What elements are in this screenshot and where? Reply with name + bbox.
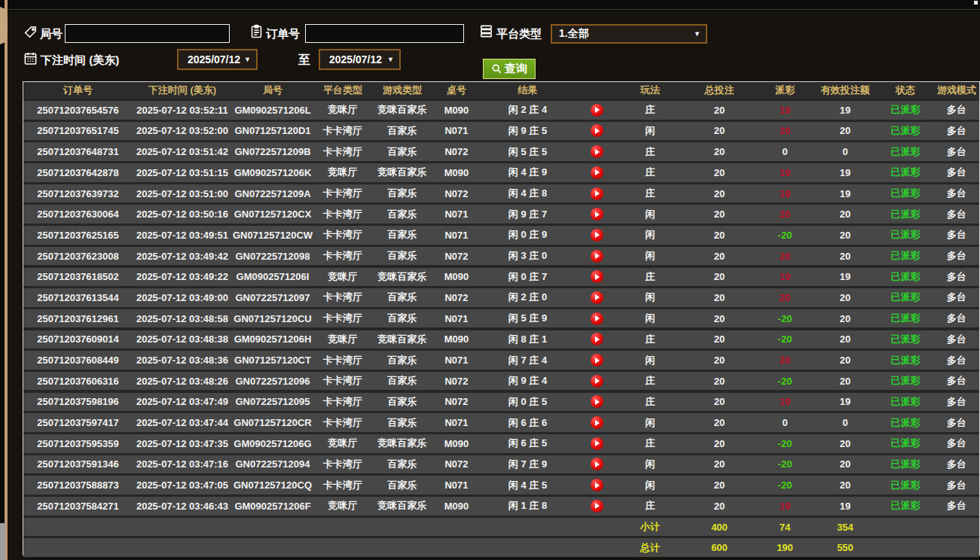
calendar-icon [23,51,38,65]
cell-status: 已派彩 [878,330,933,349]
play-video-button[interactable] [591,375,603,388]
cell-time: 2025-07-12 03:51:00 [133,184,232,203]
table-row: 2507120375981962025-07-12 03:47:49GN0722… [23,393,979,412]
cell-payout: 19 [757,101,813,120]
cell-mode: 多台 [933,476,980,495]
play-video-button[interactable] [591,250,603,263]
cell-payout: -20 [757,455,813,474]
cell-mode: 多台 [933,372,980,391]
table-row: 2507120376135442025-07-12 03:49:00GN0722… [23,288,979,307]
round-no-input[interactable] [65,24,230,43]
play-video-button[interactable] [591,270,603,283]
cell-game: 百家乐 [372,309,432,328]
play-video-button[interactable] [591,145,603,158]
cell-game: 百家乐 [372,393,432,412]
cell-time: 2025-07-12 03:48:58 [133,309,232,328]
chevron-down-icon: ▼ [387,56,399,63]
total-row-spacer [372,538,432,557]
cell-payout: 19 [757,393,813,412]
cell-table_no: N071 [432,205,481,224]
search-icon [491,63,502,75]
cell-result: 闲 4 庄 5 [481,476,575,495]
cell-table_no: N071 [432,413,481,432]
platform-type-select[interactable]: 1.全部 ▼ [551,24,707,44]
cell-status: 已派彩 [878,497,933,516]
order-no-input[interactable] [305,24,464,43]
play-video-button[interactable] [591,416,603,429]
cell-result: 闲 9 庄 5 [481,122,575,141]
cell-valid_bet: 20 [813,351,878,370]
cell-game: 百家乐 [372,247,432,266]
cell-order: 250712037648731 [23,142,133,161]
cell-play [575,205,618,224]
column-header-result: 结果 [481,82,575,99]
cell-valid_bet: 19 [813,163,878,182]
cell-play [575,455,618,474]
table-row: 2507120375913462025-07-12 03:47:16GN0722… [23,455,979,474]
cell-result: 闲 0 庄 5 [481,393,575,412]
date-to-label: 至 [298,53,310,68]
cell-table_no: M090 [432,497,481,516]
play-video-button[interactable] [591,291,603,304]
play-video-button[interactable] [591,479,603,492]
table-row: 2507120376090142025-07-12 03:48:38GM0902… [23,330,979,349]
cell-mode: 多台 [933,268,980,287]
cell-status: 已派彩 [878,434,933,453]
cell-game: 竞咪百家乐 [372,268,432,287]
play-video-button[interactable] [591,500,603,513]
play-video-button[interactable] [591,458,603,470]
column-header-valid_bet: 有效投注额 [813,82,878,99]
play-video-button[interactable] [591,187,603,200]
play-video-button[interactable] [591,395,603,408]
cell-mode: 多台 [933,455,980,474]
cell-time: 2025-07-12 03:51:42 [133,142,232,161]
play-video-button[interactable] [591,312,603,325]
play-video-button[interactable] [591,229,603,242]
play-video-button[interactable] [591,333,603,345]
cell-bet_type: 庄 [618,142,682,161]
cell-bet_type: 闲 [618,122,682,141]
date-from-picker[interactable]: 2025/07/12 ▼ [177,49,258,70]
cell-total_bet: 20 [682,247,757,266]
cell-time: 2025-07-12 03:51:15 [133,163,232,182]
cell-total_bet: 20 [682,101,757,120]
cell-result: 闲 4 庄 9 [481,163,575,182]
platform-type-label: 平台类型 [496,27,542,41]
cell-mode: 多台 [933,393,980,412]
cell-play [575,393,618,412]
cell-game: 竞咪百家乐 [372,330,432,349]
play-video-button[interactable] [591,437,603,450]
cell-valid_bet: 20 [813,309,878,328]
play-video-button[interactable] [591,104,603,117]
cell-time: 2025-07-12 03:48:36 [133,351,232,370]
play-video-button[interactable] [591,124,603,137]
cell-status: 已派彩 [878,413,933,432]
total-row-spacer [432,538,481,557]
cell-valid_bet: 20 [813,476,878,495]
cell-table_no: N071 [432,122,481,141]
cell-mode: 多台 [933,122,980,141]
play-video-button[interactable] [591,354,603,367]
cell-order: 250712037654576 [23,101,133,120]
cell-platform: 卡卡湾厅 [313,413,372,432]
play-video-button[interactable] [591,208,603,221]
cell-bet_type: 闲 [618,247,682,266]
bet-time-label: 下注时间 (美东) [41,53,119,68]
date-to-picker[interactable]: 2025/07/12 ▼ [319,49,401,70]
cell-bet_type: 闲 [618,413,682,432]
cell-platform: 卡卡湾厅 [313,309,372,328]
cell-status: 已派彩 [878,247,933,266]
cell-total_bet: 20 [682,163,757,182]
cell-mode: 多台 [933,247,980,266]
cell-mode: 多台 [933,351,980,370]
cell-time: 2025-07-12 03:48:26 [133,372,232,391]
play-video-button[interactable] [591,166,603,179]
cell-total_bet: 20 [682,497,757,516]
cell-total_bet: 20 [682,476,757,495]
cell-round: GM0902571206I [232,268,313,287]
cell-status: 已派彩 [878,351,933,370]
chevron-down-icon: ▼ [694,30,706,38]
search-button[interactable]: 查询 [483,59,536,79]
cell-play [575,476,618,495]
cell-result: 闲 9 庄 7 [481,205,575,224]
